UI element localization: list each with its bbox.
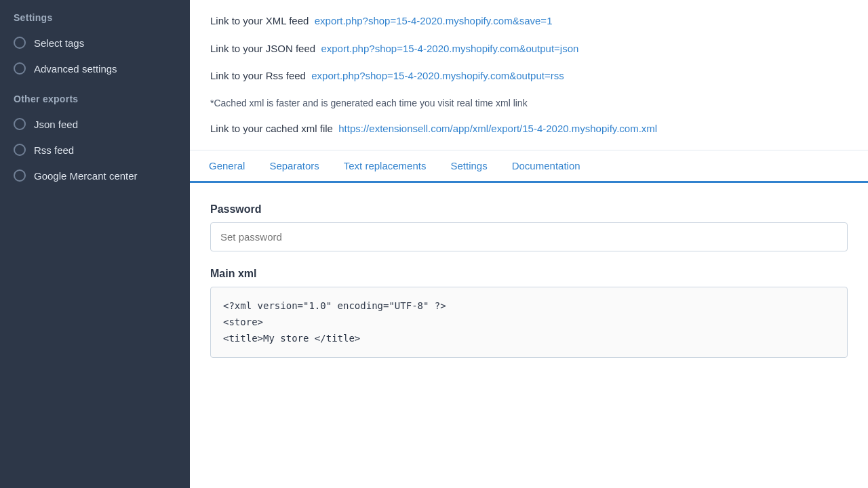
xml-line-3: <title>My store </title>: [223, 331, 835, 347]
password-label: Password: [210, 203, 848, 216]
rss-feed-label: Link to your Rss feed: [210, 70, 306, 81]
other-exports-section-title: Other exports: [0, 81, 190, 111]
tab-documentation[interactable]: Documentation: [500, 150, 593, 183]
rss-feed-row: Link to your Rss feed export.php?shop=15…: [210, 68, 848, 84]
xml-feed-link[interactable]: export.php?shop=15-4-2020.myshopify.com&…: [315, 15, 553, 26]
json-feed-label: Link to your JSON feed: [210, 43, 315, 54]
sidebar-item-google-mercant-center[interactable]: Google Mercant center: [0, 163, 190, 188]
cached-note: *Cached xml is faster and is generated e…: [210, 96, 848, 110]
tabs-bar: General Separators Text replacements Set…: [190, 150, 868, 183]
xml-block: <?xml version="1.0" encoding="UTF-8" ?> …: [210, 287, 848, 358]
sidebar-radio-select-tags: [14, 37, 26, 49]
sidebar-radio-json-feed: [14, 118, 26, 130]
rss-feed-link[interactable]: export.php?shop=15-4-2020.myshopify.com&…: [311, 70, 564, 81]
sidebar-item-select-tags-label: Select tags: [34, 37, 84, 49]
sidebar-radio-rss-feed: [14, 144, 26, 156]
json-feed-row: Link to your JSON feed export.php?shop=1…: [210, 41, 848, 57]
xml-feed-row: Link to your XML feed export.php?shop=15…: [210, 14, 848, 29]
sidebar-item-json-feed[interactable]: Json feed: [0, 111, 190, 137]
tab-general[interactable]: General: [197, 150, 257, 183]
tab-separators[interactable]: Separators: [257, 150, 331, 183]
password-input[interactable]: [210, 222, 848, 251]
json-feed-link[interactable]: export.php?shop=15-4-2020.myshopify.com&…: [321, 43, 578, 54]
settings-section-title: Settings: [0, 0, 190, 30]
cached-xml-label: Link to your cached xml file: [210, 123, 333, 134]
xml-line-1: <?xml version="1.0" encoding="UTF-8" ?>: [223, 298, 835, 314]
sidebar-radio-google-mercant-center: [14, 169, 26, 182]
sidebar-item-advanced-settings-label: Advanced settings: [34, 63, 117, 75]
tab-settings[interactable]: Settings: [438, 150, 499, 183]
main-xml-label: Main xml: [210, 268, 848, 280]
cached-xml-row: Link to your cached xml file https://ext…: [210, 121, 848, 137]
xml-feed-label: Link to your XML feed: [210, 15, 309, 26]
sidebar-item-rss-feed[interactable]: Rss feed: [0, 137, 190, 163]
sidebar-item-advanced-settings[interactable]: Advanced settings: [0, 56, 190, 81]
links-panel: Link to your XML feed export.php?shop=15…: [190, 0, 868, 150]
sidebar: Settings Select tags Advanced settings O…: [0, 0, 190, 488]
sidebar-radio-advanced-settings: [14, 62, 26, 75]
sidebar-item-select-tags[interactable]: Select tags: [0, 30, 190, 56]
main-content: Link to your XML feed export.php?shop=15…: [190, 0, 868, 488]
sidebar-item-json-feed-label: Json feed: [34, 119, 78, 130]
sidebar-item-google-mercant-center-label: Google Mercant center: [34, 170, 138, 182]
sidebar-item-rss-feed-label: Rss feed: [34, 144, 74, 156]
tab-text-replacements[interactable]: Text replacements: [332, 150, 439, 183]
cached-xml-link[interactable]: https://extensionsell.com/app/xml/export…: [338, 123, 657, 134]
settings-panel: Password Main xml <?xml version="1.0" en…: [190, 183, 868, 488]
xml-line-2: <store>: [223, 314, 835, 331]
